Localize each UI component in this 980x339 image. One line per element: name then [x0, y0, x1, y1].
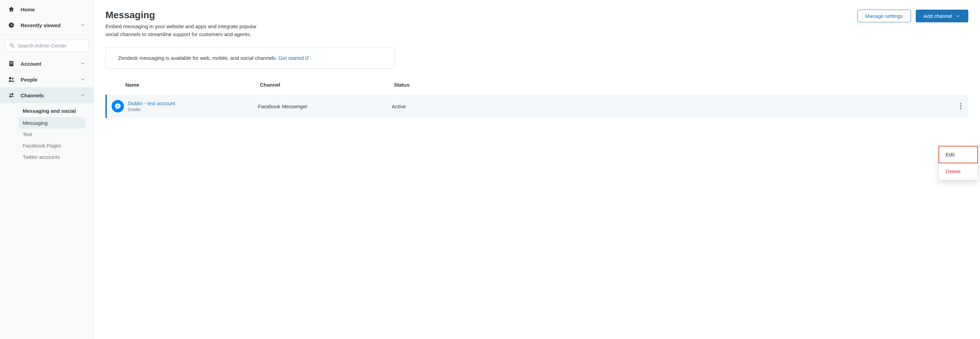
sidebar-item-label: Account — [21, 61, 74, 67]
subnav-group-title: Messaging and social — [23, 104, 94, 117]
add-channel-button[interactable]: Add channel — [916, 10, 968, 22]
divider — [0, 34, 94, 35]
svg-rect-7 — [12, 63, 13, 64]
chevron-down-icon — [80, 61, 86, 67]
main-content: Messaging Embed messaging in your websit… — [94, 0, 980, 339]
messenger-icon — [111, 100, 124, 112]
chevron-up-icon — [80, 92, 86, 98]
row-actions-button[interactable] — [957, 102, 964, 111]
chevron-down-icon — [80, 22, 86, 28]
manage-settings-button[interactable]: Manage settings — [858, 10, 911, 22]
menu-item-delete[interactable]: Delete — [939, 165, 978, 178]
page-description: Embed messaging in your website and apps… — [105, 23, 263, 38]
svg-line-2 — [13, 46, 14, 48]
search-input[interactable] — [18, 43, 84, 48]
svg-point-1 — [10, 44, 13, 46]
page-title: Messaging — [105, 10, 263, 21]
menu-item-edit[interactable]: Edit — [939, 146, 978, 163]
sidebar-item-channels[interactable]: Channels — [0, 87, 94, 103]
channels-table: Name Channel Status Dublin - test accoun… — [105, 82, 968, 118]
search-icon — [9, 43, 15, 48]
table-header: Name Channel Status — [105, 82, 968, 94]
sidebar-item-people[interactable]: People — [0, 72, 94, 87]
channel-name-link[interactable]: Dublin - test account — [128, 101, 175, 106]
svg-point-8 — [9, 77, 11, 80]
arrows-icon — [8, 91, 15, 99]
link-label: Get started — [278, 55, 304, 61]
sidebar-item-label: Home — [21, 6, 86, 12]
page-header: Messaging Embed messaging in your websit… — [105, 10, 968, 38]
column-header-status: Status — [394, 82, 968, 88]
svg-point-11 — [960, 106, 961, 107]
svg-rect-6 — [10, 63, 11, 64]
search-wrap — [0, 36, 94, 56]
svg-rect-4 — [10, 62, 11, 63]
sidebar-item-label: Recently viewed — [21, 22, 74, 28]
home-icon — [8, 5, 15, 13]
channel-sub-label: Dublin — [128, 107, 258, 112]
column-header-channel: Channel — [260, 82, 394, 88]
clock-icon — [8, 21, 15, 29]
row-name-cell: Dublin - test account Dublin — [128, 101, 258, 112]
sidebar-item-recent[interactable]: Recently viewed — [0, 17, 94, 33]
subnav-item-messaging[interactable]: Messaging — [19, 117, 85, 129]
banner-text: Zendesk messaging is available for web, … — [118, 55, 278, 61]
info-banner: Zendesk messaging is available for web, … — [105, 47, 395, 69]
svg-rect-3 — [9, 61, 13, 66]
row-actions-menu: Edit Delete — [939, 146, 978, 180]
sidebar-item-label: Channels — [21, 93, 74, 98]
sidebar-item-account[interactable]: Account — [0, 56, 94, 72]
row-status-cell: Active — [392, 104, 957, 109]
sidebar: Home Recently viewed Account — [0, 0, 94, 339]
svg-point-10 — [960, 103, 961, 104]
table-row[interactable]: Dublin - test account Dublin Facebook Me… — [105, 94, 968, 118]
subnav-messaging-social: Messaging and social Messaging Text Face… — [0, 103, 94, 163]
button-label: Add channel — [924, 13, 952, 19]
subnav-item-text[interactable]: Text — [23, 129, 94, 140]
column-header-name: Name — [125, 82, 260, 88]
building-icon — [8, 60, 15, 67]
subnav-item-twitter-accounts[interactable]: Twitter accounts — [23, 151, 94, 163]
svg-point-12 — [960, 108, 961, 109]
external-link-icon — [305, 56, 309, 60]
chevron-down-icon — [80, 76, 86, 83]
subnav-item-facebook-pages[interactable]: Facebook Pages — [23, 140, 94, 151]
svg-rect-5 — [12, 62, 13, 63]
chevron-down-icon — [956, 14, 961, 19]
search-box[interactable] — [5, 40, 89, 51]
row-channel-cell: Facebook Messenger — [258, 104, 392, 109]
button-label: Manage settings — [865, 13, 903, 19]
people-icon — [8, 76, 15, 83]
sidebar-item-label: People — [21, 77, 74, 83]
sidebar-item-home[interactable]: Home — [0, 2, 94, 17]
get-started-link[interactable]: Get started — [278, 55, 309, 61]
svg-point-9 — [12, 78, 14, 80]
kebab-icon — [960, 103, 961, 109]
